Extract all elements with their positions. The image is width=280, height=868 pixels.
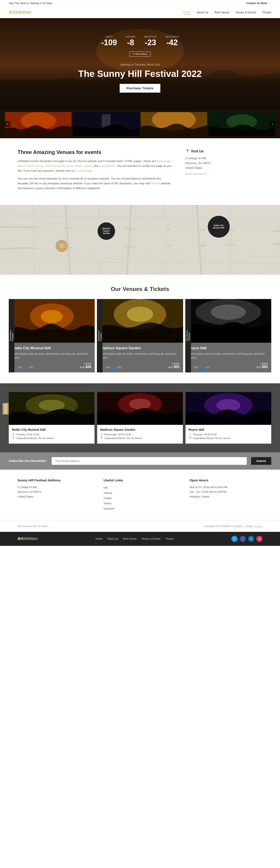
clock-icon-1: 🕐 [12, 433, 15, 436]
link-homepage[interactable]: Homepage [157, 159, 171, 163]
svg-point-49 [129, 399, 151, 409]
about-paragraph-2: You can use this event template for your… [18, 176, 172, 191]
svg-point-40 [127, 307, 153, 322]
link-ticket-details[interactable]: ticket details [99, 164, 115, 167]
footer-nav-tickets[interactable]: Tickets [165, 537, 174, 540]
footer-link-guides[interactable]: Guides [104, 496, 176, 501]
venue-card-desc-1: Lorem ipsum dolor sit amet, consectetur … [12, 352, 91, 360]
link-contact-page[interactable]: Contact page [76, 169, 92, 172]
link-event-details[interactable]: event details [66, 164, 82, 167]
twitter-icon[interactable]: t [231, 536, 237, 542]
venue-card-title-3: Royce Hall [189, 346, 268, 350]
next-show-button[interactable]: ✦ Next Show [130, 52, 150, 57]
venue-card-footer-3: 👤 450 👥 750 1 ticket from $65 [189, 362, 268, 369]
svg-rect-32 [206, 242, 227, 259]
footer-nav-about[interactable]: About Us [107, 537, 118, 540]
venue-card-body-1: Radio City Musical Hall Lorem ipsum dolo… [9, 343, 95, 372]
purchase-tickets-button[interactable]: Purchase Tickets [120, 84, 161, 93]
link-thucca[interactable]: Thucca [151, 182, 160, 185]
event-card-title-2: Madison Square Garden [100, 428, 180, 431]
capacity-icon-3: 👥 [200, 366, 203, 369]
footer-social-links: t f in ig [231, 536, 262, 542]
event-card-madison: Madison Square Garden 🕐 Wednesday, 08:00… [97, 392, 183, 444]
footer-nav-rent[interactable]: Rent Venue [123, 537, 137, 540]
map-pin-bryan-hill[interactable]: BryanHill [56, 240, 68, 252]
link-about[interactable]: About [18, 164, 25, 167]
venue-card-royce: PurchaseTickets Royce Hall Lorem ipsum d… [185, 299, 271, 372]
top-bar-right[interactable]: Contact Us Now! → [246, 2, 271, 5]
venue-card-madison: PurchaseTickets Madison Square Garden Lo… [97, 299, 183, 372]
event-card-royce-hall: Royce Hall 🕐 Thursday, 09:00-23:00 📍 Cop… [186, 392, 271, 444]
directions-link[interactable]: Need Directions? → [185, 172, 211, 176]
svg-rect-29 [171, 220, 197, 238]
gallery-next-button[interactable]: › [270, 121, 276, 127]
footer-nav-home[interactable]: Home [95, 537, 102, 540]
footer-col-hours: Open Hours Mon to Fri: 10:00 AM to 8:00 … [190, 478, 262, 511]
gallery-image-2 [73, 112, 139, 136]
venue-card-desc-3: Lorem ipsum dolor sit amet, consectetur … [189, 352, 268, 360]
event-card-body-2: Madison Square Garden 🕐 Wednesday, 08:00… [97, 425, 183, 444]
capacity-icon-2: 👥 [112, 366, 115, 369]
footer-nav-shows[interactable]: Shows & Events [142, 537, 161, 540]
event-card-img-1 [9, 392, 94, 425]
svg-rect-11 [0, 205, 280, 275]
discover-badge[interactable]: Discover [3, 403, 8, 414]
logo[interactable]: ArtXibition [9, 10, 31, 15]
countdown-seconds: Seconds -42 [165, 35, 179, 47]
hours-value: -8 [126, 38, 136, 47]
svg-point-37 [41, 310, 63, 323]
footer-link-info[interactable]: Info [104, 485, 176, 490]
opening-text: Opening on Thursday, March 31st [78, 63, 202, 66]
events-dark-inner: Discover Radio City Musical Hall 🕐 [9, 392, 271, 444]
newsletter-submit-button[interactable]: Submit [251, 457, 271, 465]
map-section: MadisonSquareGarden Radio CityMusical Ha… [0, 205, 280, 275]
countdown-minutes: Minutes -23 [144, 35, 157, 47]
gallery-prev-button[interactable]: ‹ [4, 121, 10, 127]
link-shows-events[interactable]: shows & events [45, 164, 65, 167]
hero-section: Days -109 Hours -8 Minutes -23 Seconds -… [0, 18, 280, 110]
venue-stats-1: 👤 250 👥 500 [12, 366, 33, 369]
venue-card-footer-1: 👤 250 👥 500 1 ticket from $45 [12, 362, 91, 369]
footer-link-outreach[interactable]: Outreach [104, 506, 176, 511]
venue-card-title-1: Radio City Musical Hall [12, 346, 91, 350]
footer-bottom: São Conrado, Rio de Janeiro Copyright 20… [0, 520, 280, 532]
footer-link-videos[interactable]: Videos [104, 501, 176, 506]
nav-shows[interactable]: Shows & Events [235, 11, 256, 14]
seconds-value: -42 [165, 38, 179, 47]
venue-ticket-info-3: 1 ticket from $65 [256, 362, 268, 369]
logo-text-accent: Xibition [15, 10, 31, 14]
events-grid: Radio City Musical Hall 🕐 Tuesday, 15:30… [9, 392, 271, 444]
facebook-icon[interactable]: f [240, 536, 246, 542]
venue-purchase-sidebar-3[interactable]: PurchaseTickets [185, 299, 191, 372]
nav-tickets[interactable]: Tickets [262, 11, 271, 14]
top-bar-left-text: Hey! The Show is Starting in 15 Days. [9, 2, 53, 5]
footer-hours-text: Mon to Fri: 10:00 AM to 8:00 PM Sat - Su… [190, 485, 262, 499]
venue-card-body-3: Royce Hall Lorem ipsum dolor sit amet, c… [185, 343, 271, 372]
map-pin-madison[interactable]: MadisonSquareGarden [97, 222, 115, 240]
newsletter-label: Subscribe Our Newsletter: [9, 459, 47, 463]
about-heading: Three Amazing Venues for events [18, 149, 172, 155]
hero-content: Days -109 Hours -8 Minutes -23 Seconds -… [78, 35, 202, 92]
nav-home[interactable]: Home [183, 10, 191, 14]
venue-stats-2: 👤 400 👥 650 [101, 366, 121, 369]
event-time-3: 🕐 Thursday, 09:00-23:00 [189, 433, 268, 436]
newsletter-email-input[interactable] [52, 457, 247, 465]
gallery-image-3 [141, 112, 207, 136]
link-rent-venue[interactable]: Rent a venue [26, 164, 43, 167]
nav-about[interactable]: About Us [197, 11, 208, 14]
svg-rect-30 [171, 242, 197, 259]
footer-main-nav: Home About Us Rent Venue Shows & Events … [95, 537, 173, 540]
link-tickets[interactable]: tickets [84, 164, 92, 167]
venue-purchase-sidebar-1[interactable]: PurchaseTickets [9, 299, 15, 372]
nav-rent[interactable]: Rent Venue [215, 11, 229, 14]
linkedin-icon[interactable]: in [248, 536, 254, 542]
map-pin-radio-city[interactable]: Radio CityMusical Hall [208, 216, 230, 238]
newsletter-section: Subscribe Our Newsletter: Submit [0, 452, 280, 470]
venue-purchase-sidebar-2[interactable]: PurchaseTickets [97, 299, 103, 372]
footer-link-venues[interactable]: Venues [104, 490, 176, 496]
svg-point-43 [211, 305, 246, 320]
event-location-3: 📍 Copacabana Beach, Rio de Janeiro [189, 437, 268, 440]
instagram-icon[interactable]: ig [256, 536, 262, 542]
footer-thucca-link[interactable]: Thucca [255, 525, 262, 527]
event-card-title-3: Royce Hall [189, 428, 268, 431]
